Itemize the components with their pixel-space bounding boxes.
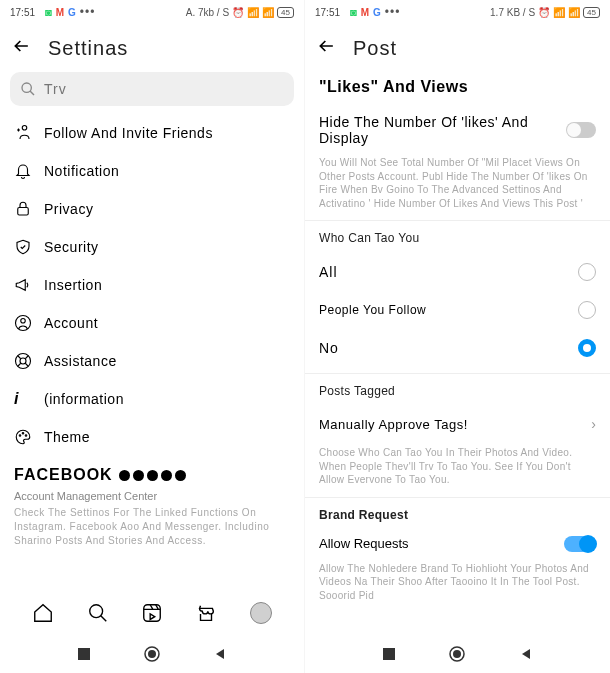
add-person-icon bbox=[14, 124, 32, 142]
svg-point-3 bbox=[21, 319, 26, 324]
reels-icon[interactable] bbox=[141, 602, 163, 624]
home-button[interactable] bbox=[449, 646, 465, 662]
page-title: Settinas bbox=[48, 37, 128, 60]
battery-icon: 45 bbox=[277, 7, 294, 18]
status-bar: 17:51 ◙ M G ••• 1.7 KB / S ⏰ 📶 📶 45 bbox=[305, 0, 610, 24]
shop-icon[interactable] bbox=[195, 602, 217, 624]
wa-icon bbox=[161, 470, 172, 481]
alarm-icon: ⏰ bbox=[232, 7, 244, 18]
status-right: 1.7 KB / S ⏰ 📶 📶 45 bbox=[490, 7, 600, 18]
link-label: Manually Approve Tags! bbox=[319, 417, 468, 432]
svg-point-6 bbox=[19, 435, 21, 437]
brand-request-header: Brand Request bbox=[305, 498, 610, 530]
battery-icon: 45 bbox=[583, 7, 600, 18]
facebook-section: FACEBOOK Account Management Center Check… bbox=[0, 456, 304, 548]
hide-likes-toggle[interactable] bbox=[566, 122, 596, 138]
recent-apps-button[interactable] bbox=[382, 647, 396, 661]
radio-icon bbox=[578, 263, 596, 281]
menu-label: (information bbox=[44, 391, 124, 407]
svg-point-0 bbox=[22, 83, 31, 92]
shield-icon bbox=[14, 238, 32, 256]
search-field[interactable] bbox=[10, 72, 294, 106]
menu-label: Privacy bbox=[44, 201, 93, 217]
manually-approve-row[interactable]: Manually Approve Tags! › bbox=[305, 406, 610, 442]
svg-rect-14 bbox=[383, 648, 395, 660]
menu-assistance[interactable]: Assistance bbox=[14, 342, 290, 380]
menu-label: Security bbox=[44, 239, 99, 255]
menu-notifications[interactable]: Notification bbox=[14, 152, 290, 190]
menu-privacy[interactable]: Privacy bbox=[14, 190, 290, 228]
user-icon bbox=[14, 314, 32, 332]
svg-point-9 bbox=[89, 605, 102, 618]
allow-requests-label: Allow Requests bbox=[319, 536, 409, 551]
ig-icon bbox=[147, 470, 158, 481]
clock: 17:51 bbox=[10, 7, 35, 18]
bottom-nav bbox=[0, 591, 304, 635]
account-center-link[interactable]: Account Management Center bbox=[14, 490, 290, 502]
svg-point-8 bbox=[25, 435, 27, 437]
allow-requests-description: Allow The Nohledere Brand To Hiohlioht Y… bbox=[305, 558, 610, 613]
home-icon[interactable] bbox=[32, 602, 54, 624]
wifi-icon: 📶 bbox=[568, 7, 580, 18]
menu-theme[interactable]: Theme bbox=[14, 418, 290, 456]
more-notif-icon: ••• bbox=[385, 5, 401, 19]
radio-label: All bbox=[319, 264, 338, 280]
status-bar: 17:51 ◙ M G ••• A. 7kb / S ⏰ 📶 📶 45 bbox=[0, 0, 304, 24]
section-likes-views: "Likes" And Views bbox=[305, 72, 610, 108]
whatsapp-icon: ◙ bbox=[350, 6, 357, 18]
tag-option-no[interactable]: No bbox=[305, 329, 610, 367]
tag-option-follow[interactable]: People You Follow bbox=[305, 291, 610, 329]
hide-likes-row: Hide The Number Of 'likes' And Display bbox=[305, 108, 610, 152]
menu-label: Follow And Invite Friends bbox=[44, 125, 213, 141]
search-input[interactable] bbox=[44, 81, 284, 97]
net-speed: A. 7kb / S bbox=[186, 7, 229, 18]
signal-icon: 📶 bbox=[247, 7, 259, 18]
approve-description: Choose Who Can Tao You In Their Photos A… bbox=[305, 442, 610, 497]
menu-information[interactable]: i (information bbox=[14, 380, 290, 418]
radio-label: No bbox=[319, 340, 339, 356]
lock-icon bbox=[14, 200, 32, 218]
svg-point-13 bbox=[148, 650, 156, 658]
radio-icon bbox=[578, 301, 596, 319]
status-right: A. 7kb / S ⏰ 📶 📶 45 bbox=[186, 7, 294, 18]
svg-rect-11 bbox=[78, 648, 90, 660]
menu-security[interactable]: Security bbox=[14, 228, 290, 266]
net-speed: 1.7 KB / S bbox=[490, 7, 535, 18]
clock: 17:51 bbox=[315, 7, 340, 18]
back-nav-button[interactable] bbox=[519, 647, 533, 661]
facebook-app-icons bbox=[119, 470, 186, 481]
menu-account[interactable]: Account bbox=[14, 304, 290, 342]
back-button[interactable] bbox=[12, 36, 32, 60]
menu-insertion[interactable]: Insertion bbox=[14, 266, 290, 304]
svg-rect-1 bbox=[18, 208, 29, 216]
system-nav bbox=[0, 635, 304, 673]
search-icon bbox=[20, 81, 36, 97]
home-button[interactable] bbox=[144, 646, 160, 662]
google-icon: G bbox=[68, 7, 76, 18]
menu-label: Theme bbox=[44, 429, 90, 445]
allow-requests-toggle[interactable] bbox=[564, 536, 596, 552]
messenger-icon bbox=[133, 470, 144, 481]
menu-follow-invite[interactable]: Follow And Invite Friends bbox=[14, 114, 290, 152]
signal-icon: 📶 bbox=[553, 7, 565, 18]
back-nav-button[interactable] bbox=[213, 647, 227, 661]
back-button[interactable] bbox=[317, 36, 337, 60]
lifebuoy-icon bbox=[14, 352, 32, 370]
app-icon bbox=[175, 470, 186, 481]
wifi-icon: 📶 bbox=[262, 7, 274, 18]
search-nav-icon[interactable] bbox=[87, 602, 109, 624]
who-can-tag-header: Who Can Tao You bbox=[305, 221, 610, 253]
profile-icon[interactable] bbox=[250, 602, 272, 624]
palette-icon bbox=[14, 428, 32, 446]
system-nav bbox=[305, 635, 610, 673]
radio-selected-icon bbox=[578, 339, 596, 357]
facebook-title: FACEBOOK bbox=[14, 466, 113, 484]
menu-label: Notification bbox=[44, 163, 119, 179]
page-title: Post bbox=[353, 37, 397, 60]
svg-point-7 bbox=[22, 433, 24, 435]
recent-apps-button[interactable] bbox=[77, 647, 91, 661]
gmail-icon: M bbox=[56, 7, 64, 18]
tag-option-all[interactable]: All bbox=[305, 253, 610, 291]
svg-point-16 bbox=[453, 650, 461, 658]
chevron-right-icon: › bbox=[591, 416, 596, 432]
